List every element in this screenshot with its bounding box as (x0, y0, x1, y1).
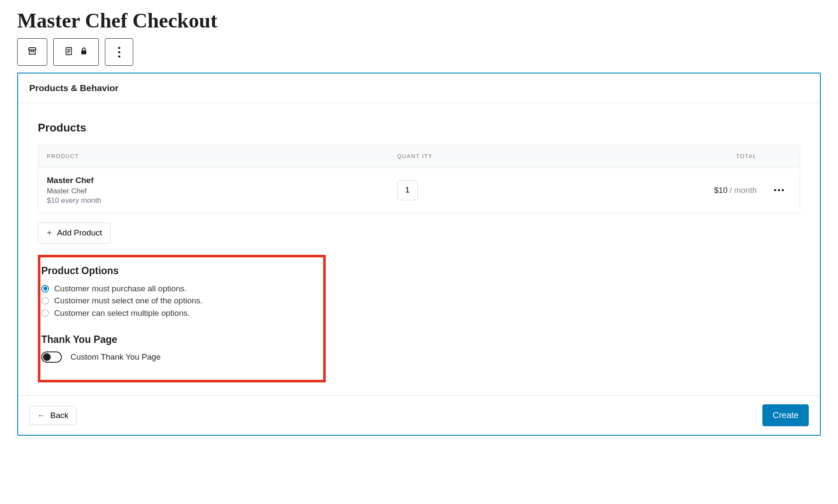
products-heading: Products (38, 121, 800, 134)
block-toolbar (17, 38, 821, 66)
svg-rect-1 (81, 50, 86, 54)
create-button[interactable]: Create (762, 404, 809, 426)
plus-icon: + (47, 228, 52, 238)
product-name: Master Chef (47, 176, 380, 185)
custom-thank-you-toggle[interactable] (41, 351, 62, 363)
product-price-note: $10 every month (47, 196, 380, 205)
more-vertical-icon (118, 47, 120, 58)
arrow-left-icon (37, 411, 45, 420)
panel-footer: Back Create (18, 395, 820, 435)
add-product-button[interactable]: + Add Product (38, 223, 111, 244)
product-subtitle: Master Chef (47, 187, 380, 195)
more-options-button[interactable] (105, 38, 133, 66)
table-row: Master Chef Master Chef $10 every month … (38, 168, 800, 213)
toggle-label: Custom Thank You Page (70, 352, 161, 362)
highlight-annotation: Product Options Customer must purchase a… (38, 255, 326, 383)
storefront-icon (27, 46, 37, 58)
option-label: Customer can select multiple options. (54, 307, 190, 320)
table-header: PRODUCT QUANT ITY TOTAL (38, 145, 800, 168)
add-product-label: Add Product (57, 228, 102, 238)
option-one[interactable]: Customer must select one of the options. (41, 295, 319, 307)
option-label: Customer must select one of the options. (54, 295, 202, 307)
back-label: Back (50, 411, 68, 420)
product-options-radios: Customer must purchase all options. Cust… (41, 283, 319, 320)
col-total: TOTAL (480, 153, 765, 160)
checkout-panel: Products & Behavior Products PRODUCT QUA… (17, 73, 821, 436)
col-product: PRODUCT (38, 153, 388, 160)
block-actions-group (53, 38, 99, 66)
option-all[interactable]: Customer must purchase all options. (41, 283, 319, 295)
toggle-knob (43, 353, 51, 361)
col-quantity: QUANT ITY (388, 153, 480, 160)
back-button[interactable]: Back (29, 406, 76, 425)
quantity-input[interactable] (397, 180, 418, 200)
col-actions (765, 153, 800, 160)
row-more-icon[interactable] (774, 189, 791, 191)
thank-you-heading: Thank You Page (41, 334, 319, 345)
option-label: Customer must purchase all options. (54, 283, 187, 295)
radio-icon (41, 297, 49, 305)
receipt-icon[interactable] (64, 46, 73, 58)
row-total-period: / month (730, 186, 757, 195)
panel-header: Products & Behavior (18, 73, 820, 103)
radio-icon (41, 285, 49, 293)
product-options-heading: Product Options (41, 265, 319, 277)
block-type-button[interactable] (17, 38, 47, 66)
products-table: PRODUCT QUANT ITY TOTAL Master Chef Mast… (38, 145, 800, 213)
lock-icon[interactable] (80, 47, 88, 57)
option-multiple[interactable]: Customer can select multiple options. (41, 307, 319, 320)
radio-icon (41, 309, 49, 317)
page-title: Master Chef Checkout (17, 9, 821, 32)
row-total-amount: $10 (714, 186, 728, 195)
